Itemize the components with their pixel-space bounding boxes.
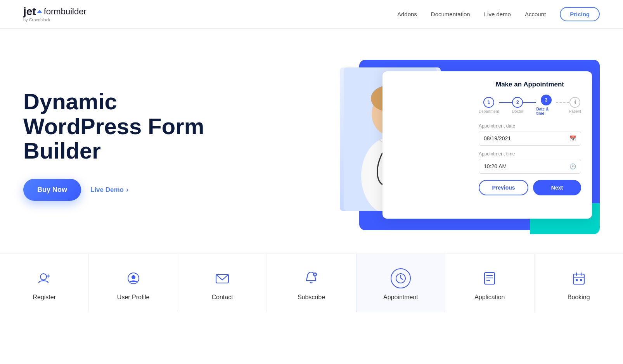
hero-title: Dynamic WordPress Form Builder: [23, 89, 241, 163]
step-circle-4: 4: [569, 97, 580, 108]
step-label-1: Department: [479, 109, 499, 114]
features-strip: Register User Profile Contact: [0, 254, 623, 312]
step-label-3: Date & time: [536, 107, 556, 116]
svg-rect-34: [580, 279, 582, 281]
user-profile-icon: [123, 268, 144, 288]
nav-account[interactable]: Account: [525, 11, 546, 17]
step-line-2: [523, 102, 536, 103]
step-3: 3 Date & time: [536, 95, 556, 116]
contact-label: Contact: [211, 294, 233, 301]
step-label-2: Doctor: [512, 109, 523, 114]
card-content: Make an Appointment 1 Department 2 Docto…: [479, 81, 581, 195]
svg-point-12: [40, 274, 47, 280]
step-line-1: [499, 102, 512, 103]
contact-icon: [212, 268, 232, 288]
time-value: 10:20 AM: [484, 163, 507, 169]
hero-left: Dynamic WordPress Form Builder Buy Now L…: [23, 89, 241, 201]
hero-actions: Buy Now Live Demo ›: [23, 179, 241, 201]
nav-live-demo[interactable]: Live demo: [484, 11, 511, 17]
step-line-3: [556, 102, 569, 103]
step-1: 1 Department: [479, 97, 499, 114]
previous-button[interactable]: Previous: [479, 180, 528, 195]
feature-booking[interactable]: Booking: [535, 254, 623, 312]
nav-pricing-button[interactable]: Pricing: [560, 7, 600, 21]
logo-by-croco: by Crocoblock: [23, 18, 87, 22]
card-title: Make an Appointment: [479, 81, 581, 88]
appointment-icon: [391, 268, 411, 288]
card-actions: Previous Next: [479, 180, 581, 195]
time-field-group: Appointment time 10:20 AM 🕐: [479, 151, 581, 174]
step-circle-1: 1: [483, 97, 494, 108]
feature-application[interactable]: Application: [445, 254, 534, 312]
steps-indicator: 1 Department 2 Doctor 3 Date & time: [479, 95, 581, 116]
live-demo-button[interactable]: Live Demo ›: [90, 186, 128, 194]
register-icon: [34, 268, 54, 288]
feature-appointment[interactable]: Appointment: [356, 254, 445, 312]
step-4: 4 Patient: [569, 97, 581, 114]
logo-jet-text: jet: [23, 6, 36, 17]
buy-now-button[interactable]: Buy Now: [23, 179, 81, 201]
appointment-card: Make an Appointment 1 Department 2 Docto…: [382, 71, 592, 219]
date-label: Appointment date: [479, 123, 581, 129]
hero-right: Make an Appointment 1 Department 2 Docto…: [351, 60, 600, 230]
step-circle-3: 3: [541, 95, 552, 105]
application-icon: [479, 268, 500, 288]
time-label: Appointment time: [479, 151, 581, 157]
svg-rect-33: [576, 279, 578, 281]
nav-documentation[interactable]: Documentation: [431, 11, 470, 17]
clock-input-icon: 🕐: [569, 163, 576, 169]
hero-section: Dynamic WordPress Form Builder Buy Now L…: [0, 29, 623, 254]
next-button[interactable]: Next: [533, 180, 581, 195]
user-profile-label: User Profile: [117, 294, 150, 301]
booking-label: Booking: [568, 294, 590, 301]
nav-addons[interactable]: Addons: [397, 11, 417, 17]
time-input[interactable]: 10:20 AM 🕐: [479, 159, 581, 174]
feature-contact[interactable]: Contact: [178, 254, 267, 312]
calendar-icon: 📅: [569, 135, 576, 141]
step-circle-2: 2: [512, 97, 523, 108]
svg-rect-29: [573, 274, 584, 284]
main-nav: Addons Documentation Live demo Account P…: [397, 7, 600, 21]
register-label: Register: [33, 294, 56, 301]
feature-register[interactable]: Register: [0, 254, 89, 312]
live-demo-chevron: ›: [126, 186, 128, 194]
step-label-4: Patient: [569, 109, 581, 114]
date-input[interactable]: 08/19/2021 📅: [479, 131, 581, 146]
application-label: Application: [474, 294, 505, 301]
svg-marker-0: [37, 10, 42, 13]
feature-user-profile[interactable]: User Profile: [89, 254, 178, 312]
svg-line-24: [401, 278, 403, 279]
logo-formbuilder-text: formbuilder: [44, 7, 87, 16]
booking-icon: [569, 268, 589, 288]
date-field-group: Appointment date 08/19/2021 📅: [479, 123, 581, 146]
subscribe-icon: [301, 268, 321, 288]
svg-point-16: [132, 275, 135, 279]
subscribe-label: Subscribe: [298, 294, 325, 301]
logo[interactable]: jet formbuilder by Crocoblock: [23, 6, 87, 22]
appointment-label: Appointment: [383, 294, 418, 301]
feature-subscribe[interactable]: Subscribe: [267, 254, 356, 312]
step-2: 2 Doctor: [512, 97, 523, 114]
date-value: 08/19/2021: [484, 135, 511, 141]
